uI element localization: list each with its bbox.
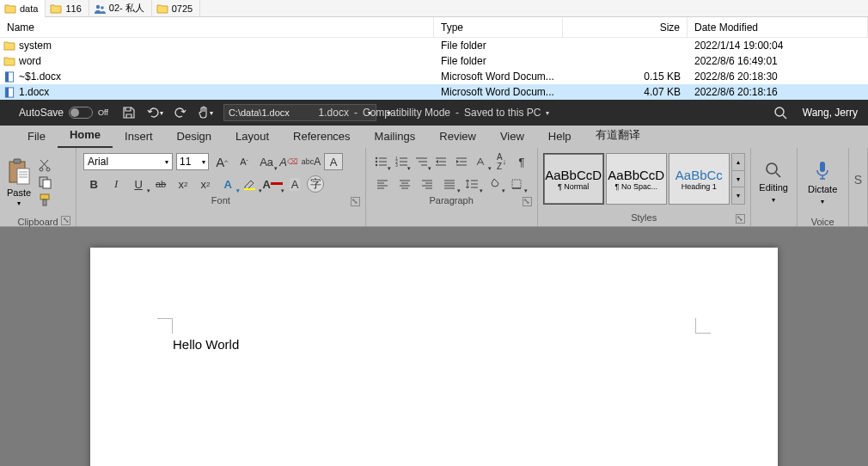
svg-rect-9 xyxy=(14,159,21,163)
svg-rect-65 xyxy=(820,162,825,172)
page[interactable]: Hello World xyxy=(90,248,778,466)
column-date[interactable]: Date Modified xyxy=(688,17,868,37)
file-row[interactable]: systemFile folder2022/1/14 19:00:04 xyxy=(0,38,868,53)
italic-button[interactable]: I xyxy=(106,175,126,193)
save-button[interactable] xyxy=(117,100,141,126)
phonetic-guide-button[interactable]: abcA xyxy=(302,153,321,170)
ribbon-tab-help[interactable]: Help xyxy=(536,126,584,148)
undo-button[interactable]: ▾ xyxy=(141,100,168,126)
highlight-button[interactable]: ▾ xyxy=(240,175,260,193)
underline-button[interactable]: U▾ xyxy=(128,175,149,193)
enclose-characters-button[interactable]: 字 xyxy=(307,175,324,193)
grow-font-button[interactable]: A^ xyxy=(212,153,231,170)
search-icon xyxy=(765,162,782,179)
ribbon-tab-layout[interactable]: Layout xyxy=(223,126,281,148)
group-paragraph: ▾ 123▾ ▾ ▾ AZ↓ ¶ ▾ ▾ ▾ ▾ Paragraph⤡ xyxy=(366,148,538,226)
dialog-launcher-icon[interactable]: ⤡ xyxy=(61,216,70,225)
column-name[interactable]: Name xyxy=(0,17,434,37)
shrink-font-button[interactable]: Aˇ xyxy=(235,153,254,170)
autosave-toggle[interactable]: AutoSave Off xyxy=(14,100,117,126)
format-painter-icon[interactable] xyxy=(38,193,53,206)
align-left-button[interactable] xyxy=(373,175,392,193)
column-size[interactable]: Size xyxy=(563,17,688,37)
ribbon-tab-mailings[interactable]: Mailings xyxy=(363,126,428,148)
redo-button[interactable] xyxy=(168,100,193,126)
dialog-launcher-icon[interactable]: ⤡ xyxy=(736,214,745,224)
numbering-button[interactable]: 123▾ xyxy=(393,153,409,170)
copy-icon[interactable] xyxy=(38,175,53,189)
svg-point-63 xyxy=(767,163,777,174)
explorer-tab[interactable]: data xyxy=(0,0,46,17)
justify-button[interactable]: ▾ xyxy=(440,175,459,193)
svg-point-6 xyxy=(775,107,784,116)
sort-button[interactable]: AZ↓ xyxy=(493,153,510,170)
document-area[interactable]: Hello World xyxy=(0,227,868,466)
svg-point-25 xyxy=(376,164,377,166)
user-name[interactable]: Wang, Jerry xyxy=(803,107,858,119)
font-size-select[interactable]: 11▾ xyxy=(176,153,209,170)
file-row[interactable]: 1.docxMicrosoft Word Docum...4.07 KB2022… xyxy=(0,84,868,100)
character-border-button[interactable]: A xyxy=(324,153,343,170)
group-clipboard: Paste ▾ Clipboard⤡ xyxy=(0,148,76,226)
align-right-button[interactable] xyxy=(418,175,437,193)
text-effects-button[interactable]: A▾ xyxy=(217,175,238,193)
subscript-button[interactable]: x2 xyxy=(173,175,193,193)
svg-rect-19 xyxy=(43,199,46,205)
margin-marker-icon xyxy=(157,318,173,334)
style-card[interactable]: AaBbCcD¶ Normal xyxy=(543,153,604,205)
align-center-button[interactable] xyxy=(395,175,414,193)
clear-formatting-button[interactable]: A⌫ xyxy=(279,153,298,170)
style-card[interactable]: AaBbCcHeading 1 xyxy=(669,153,730,205)
dialog-launcher-icon[interactable]: ⤡ xyxy=(351,197,360,206)
ribbon-tab-insert[interactable]: Insert xyxy=(113,126,165,148)
margin-marker-icon xyxy=(695,318,711,334)
svg-rect-3 xyxy=(5,71,9,81)
explorer-tab[interactable]: 02- 私人 xyxy=(89,0,152,17)
style-card[interactable]: AaBbCcD¶ No Spac... xyxy=(606,153,667,205)
character-shading-button[interactable]: A xyxy=(284,175,305,193)
asian-layout-button[interactable]: ▾ xyxy=(474,153,490,170)
ribbon-tab-review[interactable]: Review xyxy=(427,126,488,148)
superscript-button[interactable]: x2 xyxy=(195,175,216,193)
line-spacing-button[interactable]: ▾ xyxy=(462,175,481,193)
editing-button[interactable]: Editing▾ xyxy=(749,151,798,213)
svg-point-0 xyxy=(96,4,100,8)
cut-icon[interactable] xyxy=(38,158,53,172)
change-case-button[interactable]: Aa▾ xyxy=(257,153,276,170)
ribbon-tab-file[interactable]: File xyxy=(15,126,58,148)
decrease-indent-button[interactable] xyxy=(433,153,449,170)
ribbon-tab-view[interactable]: View xyxy=(488,126,536,148)
ribbon-tab-design[interactable]: Design xyxy=(165,126,223,148)
svg-line-64 xyxy=(776,173,780,177)
undo-icon xyxy=(146,106,160,120)
file-row[interactable]: ~$1.docxMicrosoft Word Docum...0.15 KB20… xyxy=(0,69,868,84)
ribbon-tab-有道翻译[interactable]: 有道翻译 xyxy=(584,124,652,148)
file-row[interactable]: wordFile folder2022/8/6 16:49:01 xyxy=(0,53,868,69)
ribbon-tab-references[interactable]: References xyxy=(281,126,362,148)
paste-button[interactable]: Paste ▾ xyxy=(5,151,33,213)
group-voice: Dictate▾ Voice xyxy=(798,148,849,226)
increase-indent-button[interactable] xyxy=(453,153,469,170)
show-marks-button[interactable]: ¶ xyxy=(513,153,529,170)
dialog-launcher-icon[interactable]: ⤡ xyxy=(523,197,532,206)
ribbon-tab-home[interactable]: Home xyxy=(58,125,113,148)
font-color-button[interactable]: A▾ xyxy=(262,175,283,193)
multilevel-list-button[interactable]: ▾ xyxy=(413,153,429,170)
shading-button[interactable]: ▾ xyxy=(485,175,504,193)
styles-more-button[interactable]: ▴▾▾ xyxy=(731,153,745,205)
explorer-tab[interactable]: 116 xyxy=(46,0,89,17)
title-mode: Compatibility Mode xyxy=(363,107,450,119)
svg-rect-20 xyxy=(244,188,255,190)
borders-button[interactable]: ▾ xyxy=(507,175,526,193)
search-icon[interactable] xyxy=(773,106,787,120)
touch-mode-button[interactable]: ▾ xyxy=(193,100,218,126)
paragraph-group-label: Paragraph xyxy=(429,195,473,205)
bold-button[interactable]: B xyxy=(83,175,104,193)
column-type[interactable]: Type xyxy=(434,17,563,37)
explorer-tab[interactable]: 0725 xyxy=(152,0,200,17)
document-text[interactable]: Hello World xyxy=(173,337,239,352)
font-name-select[interactable]: Arial▾ xyxy=(83,153,173,170)
dictate-button[interactable]: Dictate▾ xyxy=(798,151,847,213)
bullets-button[interactable]: ▾ xyxy=(373,153,389,170)
strikethrough-button[interactable]: ab xyxy=(150,175,171,193)
